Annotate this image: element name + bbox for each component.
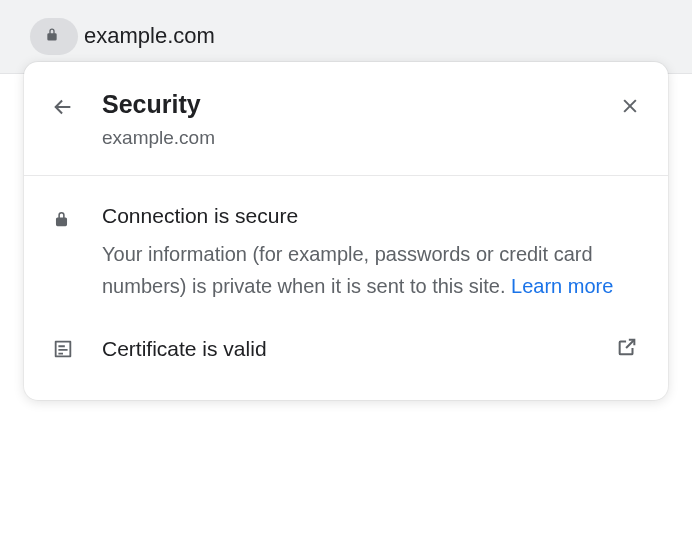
popup-subtitle: example.com xyxy=(102,127,608,149)
open-external-icon xyxy=(616,336,640,362)
close-button[interactable] xyxy=(608,90,640,120)
site-lock-pill[interactable] xyxy=(30,18,78,55)
svg-line-3 xyxy=(626,340,634,348)
connection-title: Connection is secure xyxy=(102,204,640,228)
certificate-icon xyxy=(52,338,84,360)
connection-description: Your information (for example, passwords… xyxy=(102,238,640,302)
popup-header-text: Security example.com xyxy=(84,90,608,149)
lock-icon xyxy=(52,204,84,231)
security-popup: Security example.com Connection is secur… xyxy=(24,62,668,400)
arrow-left-icon xyxy=(52,96,74,122)
address-domain[interactable]: example.com xyxy=(84,18,215,54)
learn-more-link[interactable]: Learn more xyxy=(511,275,613,297)
lock-icon xyxy=(44,24,60,49)
connection-section: Connection is secure Your information (f… xyxy=(24,176,668,302)
back-button[interactable] xyxy=(52,90,84,122)
popup-title: Security xyxy=(102,90,608,119)
close-icon xyxy=(620,96,640,120)
connection-body: Connection is secure Your information (f… xyxy=(84,204,640,302)
certificate-label: Certificate is valid xyxy=(84,337,616,361)
certificate-row[interactable]: Certificate is valid xyxy=(24,302,668,400)
popup-header: Security example.com xyxy=(24,62,668,176)
